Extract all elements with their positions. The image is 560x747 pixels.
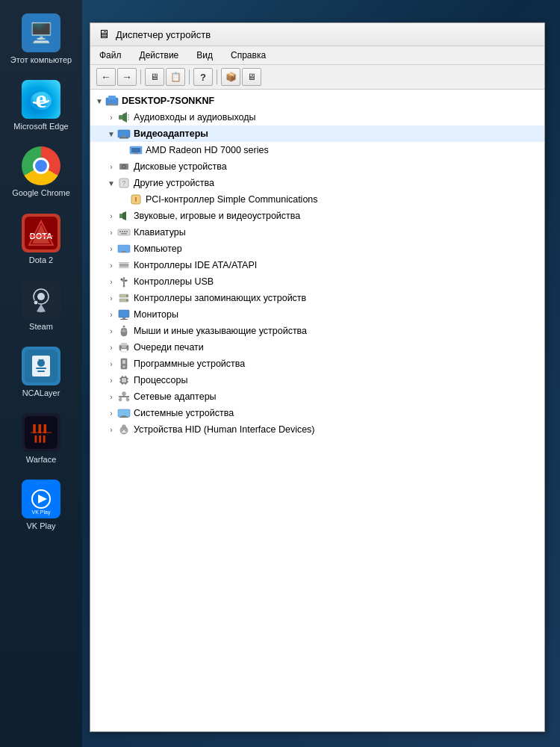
forward-button[interactable]: → xyxy=(117,68,137,86)
tree-video[interactable]: ▼ Видеоадаптеры xyxy=(90,125,544,142)
sound-text: Звуковые, игровые и видеоустройства xyxy=(134,211,300,221)
svg-rect-44 xyxy=(119,214,122,218)
video-text: Видеоадаптеры xyxy=(134,128,208,139)
root-icon xyxy=(105,94,119,108)
toolbar-pkg-btn[interactable]: 📦 xyxy=(221,68,240,86)
toolbar-sep-3 xyxy=(217,69,217,84)
chrome-icon xyxy=(22,146,60,185)
tree-mouse[interactable]: › Мыши и иные указывающие устройства xyxy=(90,323,544,339)
svg-point-8 xyxy=(37,293,45,300)
svg-rect-14 xyxy=(37,371,45,372)
svg-rect-81 xyxy=(122,378,126,382)
svg-rect-50 xyxy=(126,231,128,232)
toolbar-sep-2 xyxy=(189,69,190,84)
svg-marker-27 xyxy=(122,112,127,123)
tree-pci[interactable]: › ! PCI-контроллер Simple Communications xyxy=(90,191,544,208)
title-bar: 🖥 Диспетчер устройств xyxy=(90,23,544,46)
keyboard-toggle: › xyxy=(105,226,117,238)
sidebar-item-this-computer[interactable]: 🖥️ Этот компьютер xyxy=(4,7,78,71)
taskbar-label-steam: Steam xyxy=(29,322,53,332)
svg-rect-54 xyxy=(119,264,128,267)
svg-rect-102 xyxy=(122,432,126,433)
svg-point-12 xyxy=(37,359,45,367)
tree-keyboard[interactable]: › Клавиатуры xyxy=(90,224,544,241)
menu-file[interactable]: Файл xyxy=(96,48,125,63)
svg-rect-13 xyxy=(36,368,46,369)
back-button[interactable]: ← xyxy=(96,68,116,86)
tree-audio[interactable]: › Аудиовходы и аудиовыходы xyxy=(90,109,544,125)
taskbar-label-ncalayer: NCALayer xyxy=(22,388,60,398)
sidebar-item-ncalayer[interactable]: NCALayer xyxy=(4,341,78,404)
print-text: Очереди печати xyxy=(134,342,204,353)
warface-icon: ▌▌▌ ▌▌▌ xyxy=(22,413,60,452)
tree-disk[interactable]: › Дисковые устройства xyxy=(90,158,544,175)
sidebar-item-steam[interactable]: Steam xyxy=(4,274,78,338)
print-toggle: › xyxy=(105,341,117,353)
tree-root[interactable]: ▼ DESKTOP-7SONKNF xyxy=(90,93,544,109)
svg-point-91 xyxy=(122,392,126,396)
sidebar-item-edge[interactable]: Microsoft Edge xyxy=(4,74,78,137)
svg-rect-67 xyxy=(122,317,125,319)
svg-rect-51 xyxy=(121,233,127,235)
tree-system[interactable]: › Системные устройства xyxy=(90,405,544,421)
other-text: Другие устройства xyxy=(134,178,214,188)
taskbar-label-dota2: Dota 2 xyxy=(29,255,53,265)
menu-help[interactable]: Справка xyxy=(228,48,269,63)
nca-icon xyxy=(22,347,60,385)
svg-point-92 xyxy=(119,398,122,401)
usb-icon xyxy=(117,275,131,288)
cpu-text: Процессоры xyxy=(134,375,187,385)
tree-amd[interactable]: › AMD Radeon HD 7000 series xyxy=(90,142,544,158)
sidebar-item-chrome[interactable]: Google Chrome xyxy=(4,140,78,204)
svg-point-9 xyxy=(34,300,38,305)
tree-sound[interactable]: › Звуковые, игровые и видеоустройства xyxy=(90,208,544,224)
keyboard-icon xyxy=(117,226,131,239)
steam-icon xyxy=(22,280,60,319)
tree-print[interactable]: › Очереди печати xyxy=(90,339,544,356)
svg-rect-74 xyxy=(121,343,127,346)
device-tree: ▼ DESKTOP-7SONKNF › Аудиовходы и аудиовы… xyxy=(90,90,544,731)
video-icon xyxy=(117,127,131,140)
sidebar-item-warface[interactable]: ▌▌▌ ▌▌▌ Warface xyxy=(4,407,78,471)
ide-icon xyxy=(117,258,131,272)
svg-rect-90 xyxy=(119,396,129,397)
tree-computer[interactable]: › Компьютер xyxy=(90,241,544,257)
tree-cpu[interactable]: › Процессоры xyxy=(90,372,544,388)
tree-program[interactable]: › Программные устройства xyxy=(90,356,544,372)
edge-icon xyxy=(22,80,60,119)
toolbar: ← → 🖥 📋 ? 📦 🖥 xyxy=(90,65,544,90)
menu-view[interactable]: Вид xyxy=(193,48,216,63)
device-manager-window: 🖥 Диспетчер устройств Файл Действие Вид … xyxy=(90,22,545,732)
computer-text: Компьютер xyxy=(134,244,182,254)
tree-network[interactable]: › Сетевые адаптеры xyxy=(90,388,544,405)
sidebar-item-vkplay[interactable]: VK Play VK Play xyxy=(4,474,78,537)
tree-hid[interactable]: › Устройства HID (Human Interface Device… xyxy=(90,421,544,438)
cpu-toggle: › xyxy=(105,374,117,386)
tree-monitors[interactable]: › Мониторы xyxy=(90,306,544,323)
tree-other[interactable]: ▼ ? Другие устройства xyxy=(90,175,544,191)
svg-rect-35 xyxy=(131,148,140,152)
svg-rect-78 xyxy=(122,360,125,364)
hid-toggle: › xyxy=(105,424,117,436)
program-text: Программные устройства xyxy=(134,359,245,369)
disk-text: Дисковые устройства xyxy=(134,161,227,172)
sidebar-item-dota2[interactable]: DOTA Dota 2 xyxy=(4,208,78,271)
svg-rect-56 xyxy=(119,267,129,268)
svg-rect-98 xyxy=(119,417,128,418)
video-toggle: ▼ xyxy=(105,128,117,140)
root-toggle: ▼ xyxy=(93,95,105,107)
menu-action[interactable]: Действие xyxy=(137,48,182,63)
ide-text: Контроллеры IDE ATA/ATAPI xyxy=(134,260,257,270)
svg-point-65 xyxy=(126,300,128,301)
tree-ide[interactable]: › Контроллеры IDE ATA/ATAPI xyxy=(90,257,544,273)
toolbar-mon-btn[interactable]: 🖥 xyxy=(242,68,261,86)
svg-point-61 xyxy=(123,285,125,288)
toolbar-computer-btn[interactable]: 🖥 xyxy=(145,68,164,86)
toolbar-list-btn[interactable]: 📋 xyxy=(166,68,185,86)
disk-icon xyxy=(117,160,131,173)
taskbar-label-warface: Warface xyxy=(26,455,57,465)
tree-usb[interactable]: › Контроллеры USB xyxy=(90,273,544,290)
toolbar-help-btn[interactable]: ? xyxy=(193,68,213,86)
svg-text:!: ! xyxy=(135,196,137,203)
tree-storage[interactable]: › Контроллеры запоминающих устройств xyxy=(90,290,544,306)
